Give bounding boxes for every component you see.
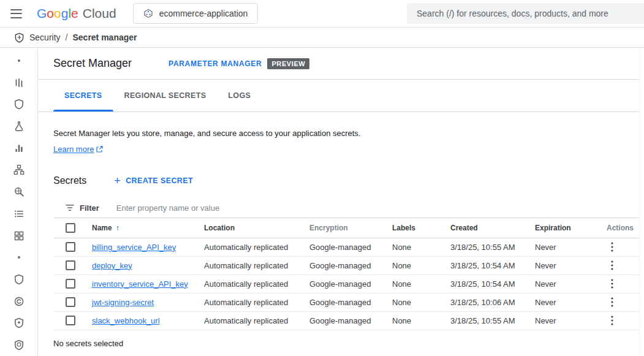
expiration-cell: Never <box>535 279 604 289</box>
main-content: Secret Manager PARAMETER MANAGER PREVIEW… <box>38 48 644 356</box>
vertical-dots-icon <box>611 316 613 325</box>
select-all-checkbox[interactable] <box>66 223 75 233</box>
learn-more-link[interactable]: Learn more <box>53 145 103 154</box>
secrets-table: Filter Name ↑ Location Encryption Labels… <box>53 199 639 330</box>
add-icon: + <box>114 175 121 186</box>
table-row: billing_service_API_key Automatically re… <box>53 238 639 257</box>
column-header-location[interactable]: Location <box>204 224 309 232</box>
chart-columns-icon <box>13 143 25 154</box>
page-header: Secret Manager PARAMETER MANAGER PREVIEW <box>38 48 639 80</box>
row-checkbox[interactable] <box>66 242 75 252</box>
menu-icon[interactable] <box>10 9 22 18</box>
sidebar-nav <box>0 48 38 356</box>
filter-icon <box>66 203 74 212</box>
tab-label: LOGS <box>228 91 251 100</box>
column-header-encryption: Encryption <box>309 224 392 232</box>
secret-name-link[interactable]: billing_service_API_key <box>92 243 176 252</box>
parameter-manager-link[interactable]: PARAMETER MANAGER <box>169 59 262 68</box>
table-row: inventory_service_API_key Automatically … <box>53 275 639 294</box>
breadcrumb: Security / Secret manager <box>0 28 644 48</box>
vertical-dots-icon <box>611 242 613 252</box>
risk-manager-icon <box>13 121 25 132</box>
secret-name-link[interactable]: deploy_key <box>92 261 132 270</box>
column-header-created[interactable]: Created <box>450 224 535 232</box>
sidebar-item-access-approval[interactable] <box>4 312 34 335</box>
page-description: Secret Manager lets you store, manage, a… <box>53 128 624 140</box>
secret-name-link[interactable]: inventory_service_API_key <box>92 279 188 289</box>
row-checkbox[interactable] <box>66 260 75 270</box>
location-cell: Automatically replicated <box>204 316 309 325</box>
table-row: jwt-signing-secret Automatically replica… <box>53 294 639 312</box>
sidebar-item-apps-grid[interactable] <box>4 225 34 247</box>
expiration-cell: Never <box>535 261 604 270</box>
breadcrumb-separator: / <box>66 32 68 42</box>
tab-bar: SECRETSREGIONAL SECRETSLOGS <box>38 80 639 112</box>
column-header-expiration[interactable]: Expiration <box>535 224 604 232</box>
expiration-cell: Never <box>535 298 604 307</box>
threat-detection-icon <box>13 99 25 110</box>
findings-list-icon <box>13 208 25 219</box>
created-cell: 3/18/25, 10:54 AM <box>450 261 535 270</box>
compliance-icon <box>13 296 25 307</box>
secrets-section-header: Secrets + CREATE SECRET <box>53 175 639 186</box>
breadcrumb-security[interactable]: Security <box>29 32 61 42</box>
sidebar-item-asset-hierarchy[interactable] <box>4 159 34 181</box>
column-header-name[interactable]: Name ↑ <box>92 223 204 232</box>
search-bar <box>407 3 644 24</box>
sidebar-item-risk-dashboard[interactable] <box>4 72 34 94</box>
project-icon <box>143 9 153 18</box>
more-icon <box>13 252 25 263</box>
secret-manager-icon <box>13 339 25 350</box>
filter-input[interactable] <box>116 203 639 213</box>
filter-label: Filter <box>80 203 99 213</box>
column-header-labels[interactable]: Labels <box>392 224 450 232</box>
create-secret-button[interactable]: + CREATE SECRET <box>114 175 193 186</box>
table-row: slack_webhook_url Automatically replicat… <box>53 312 639 330</box>
created-cell: 3/18/25, 10:06 AM <box>450 298 535 307</box>
labels-cell: None <box>392 243 450 252</box>
project-selector[interactable]: ecommerce-application <box>133 3 259 24</box>
row-checkbox[interactable] <box>66 279 75 289</box>
filter-bar: Filter <box>53 199 639 218</box>
row-actions-button[interactable] <box>605 313 619 328</box>
secret-name-link[interactable]: jwt-signing-secret <box>92 298 154 307</box>
apps-grid-icon <box>13 230 25 241</box>
row-actions-button[interactable] <box>605 240 619 254</box>
google-cloud-logo[interactable]: Google Cloud <box>37 6 116 21</box>
sidebar-item-compliance[interactable] <box>4 290 34 312</box>
sidebar-item-chart-columns[interactable] <box>4 137 34 159</box>
labels-cell: None <box>392 316 450 325</box>
created-cell: 3/18/25, 10:54 AM <box>450 279 535 289</box>
table-body: billing_service_API_key Automatically re… <box>53 238 639 330</box>
row-actions-button[interactable] <box>605 276 619 291</box>
column-header-actions: Actions <box>604 224 639 232</box>
tab-label: REGIONAL SECRETS <box>124 91 206 100</box>
encryption-cell: Google-managed <box>309 279 392 289</box>
secret-name-link[interactable]: slack_webhook_url <box>92 316 160 325</box>
sidebar-item-more[interactable] <box>4 246 34 268</box>
project-name: ecommerce-application <box>159 9 248 18</box>
sidebar-item-risk-manager[interactable] <box>4 115 34 137</box>
sidebar-item-threat-detection[interactable] <box>4 93 34 115</box>
row-checkbox[interactable] <box>66 316 75 325</box>
search-input[interactable] <box>407 9 644 18</box>
sidebar-item-security-shield[interactable] <box>4 268 34 290</box>
security-shield-icon <box>14 32 25 43</box>
web-security-scanner-icon <box>13 186 25 197</box>
sidebar-item-overview[interactable] <box>4 50 34 72</box>
sidebar-item-web-security-scanner[interactable] <box>4 181 34 203</box>
external-link-icon <box>96 146 103 153</box>
tab-logs[interactable]: LOGS <box>217 80 262 112</box>
created-cell: 3/18/25, 10:55 AM <box>450 316 535 325</box>
tab-secrets[interactable]: SECRETS <box>53 80 113 112</box>
row-checkbox[interactable] <box>66 297 75 307</box>
scrollbar[interactable] <box>639 48 644 356</box>
location-cell: Automatically replicated <box>204 279 309 289</box>
vertical-dots-icon <box>611 297 613 307</box>
row-actions-button[interactable] <box>605 295 619 309</box>
sidebar-item-findings-list[interactable] <box>4 203 34 225</box>
tab-regional-secrets[interactable]: REGIONAL SECRETS <box>113 80 218 112</box>
row-actions-button[interactable] <box>605 258 619 273</box>
vertical-dots-icon <box>611 279 613 289</box>
sidebar-item-secret-manager[interactable] <box>4 334 34 356</box>
